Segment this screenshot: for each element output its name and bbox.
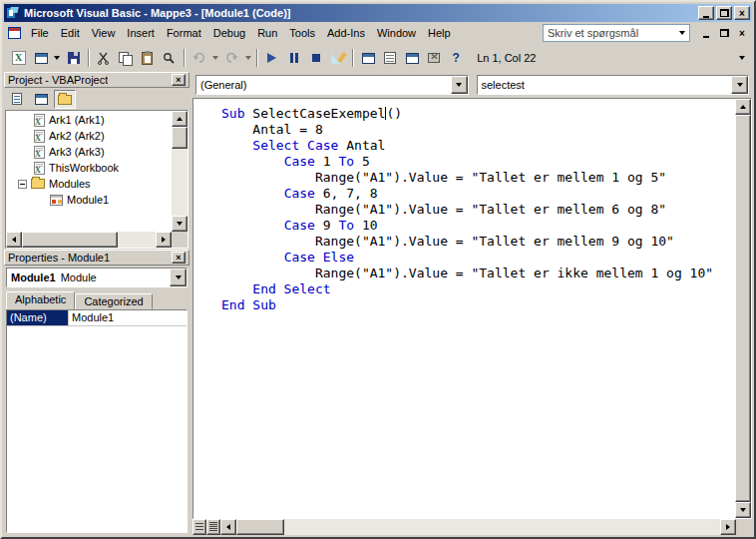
- scroll-left-button[interactable]: [6, 232, 22, 248]
- scroll-thumb[interactable]: [172, 127, 188, 149]
- menu-help[interactable]: Help: [422, 23, 457, 43]
- redo-dropdown-arrow[interactable]: [242, 47, 253, 69]
- reset-button[interactable]: [305, 47, 327, 69]
- scroll-thumb[interactable]: [236, 519, 284, 535]
- collapse-expander-icon[interactable]: [18, 180, 27, 189]
- view-code-button[interactable]: [6, 90, 28, 109]
- menu-insert[interactable]: Insert: [121, 23, 161, 43]
- toolbar-separator: [184, 49, 186, 67]
- toolbox-button[interactable]: [423, 47, 445, 69]
- full-module-view-icon: [209, 522, 217, 532]
- code-vscrollbar[interactable]: [735, 99, 751, 518]
- property-row-name[interactable]: (Name) Module1: [7, 310, 187, 326]
- code-keyword: To: [338, 154, 354, 169]
- tab-categorized[interactable]: Categorized: [75, 293, 152, 309]
- run-sub-button[interactable]: [261, 47, 283, 69]
- minimize-button[interactable]: [698, 6, 714, 20]
- vb-app-icon: [6, 6, 20, 20]
- toolbar-options-button[interactable]: [735, 48, 747, 68]
- property-value-cell[interactable]: Module1: [69, 310, 187, 325]
- code-lines[interactable]: Sub SelectCaseExempel() Antal = 8 Select…: [193, 99, 735, 518]
- scroll-left-button[interactable]: [220, 519, 236, 535]
- code-window-icon[interactable]: [8, 27, 21, 39]
- project-tree-hscrollbar[interactable]: [6, 232, 172, 248]
- properties-tabs: Alphabetic Categorized: [4, 289, 189, 309]
- code-keyword: Case: [284, 154, 315, 169]
- scroll-thumb[interactable]: [735, 115, 751, 502]
- procedure-dropdown-button[interactable]: [731, 76, 748, 94]
- scroll-right-button[interactable]: [156, 232, 172, 248]
- child-restore-button[interactable]: [716, 26, 732, 40]
- procedure-view-button[interactable]: [192, 519, 206, 535]
- menu-edit[interactable]: Edit: [55, 23, 86, 43]
- tree-item-thisworkbook[interactable]: ThisWorkbook: [6, 160, 172, 176]
- property-name-cell[interactable]: (Name): [7, 310, 69, 325]
- project-explorer-button[interactable]: [357, 47, 379, 69]
- paste-button[interactable]: [137, 47, 159, 69]
- menu-tools[interactable]: Tools: [283, 23, 321, 43]
- question-dropdown-arrow[interactable]: [674, 25, 689, 41]
- menu-window[interactable]: Window: [371, 23, 422, 43]
- object-dropdown[interactable]: (General): [195, 75, 469, 95]
- code-hscrollbar[interactable]: [220, 519, 736, 535]
- scroll-down-button[interactable]: [172, 216, 188, 232]
- menu-view[interactable]: View: [86, 23, 122, 43]
- restore-button[interactable]: [716, 6, 732, 20]
- view-excel-button[interactable]: [8, 47, 30, 69]
- properties-panel-close-button[interactable]: ×: [172, 252, 186, 264]
- design-mode-button[interactable]: [327, 47, 349, 69]
- project-panel-close-button[interactable]: ×: [172, 74, 186, 86]
- view-object-button[interactable]: [30, 90, 52, 109]
- cut-button[interactable]: [93, 47, 115, 69]
- tab-alphabetic[interactable]: Alphabetic: [6, 291, 75, 309]
- tree-item-ark2[interactable]: Ark2 (Ark2): [6, 128, 172, 144]
- menu-format[interactable]: Format: [161, 23, 207, 43]
- break-button[interactable]: [283, 47, 305, 69]
- object-browser-button[interactable]: [401, 47, 423, 69]
- close-button[interactable]: ×: [734, 6, 750, 20]
- menu-file[interactable]: File: [25, 23, 55, 43]
- toggle-folders-button[interactable]: [54, 90, 76, 109]
- full-module-view-button[interactable]: [206, 519, 220, 535]
- object-dropdown-button[interactable]: [451, 76, 468, 94]
- undo-button[interactable]: [189, 47, 210, 69]
- scroll-track[interactable]: [118, 232, 156, 248]
- save-icon: [68, 52, 80, 64]
- undo-dropdown-arrow[interactable]: [210, 47, 221, 69]
- object-selector-combo[interactable]: Module1 Module: [6, 268, 188, 287]
- redo-button[interactable]: [220, 47, 242, 69]
- code-text: 1: [315, 154, 338, 169]
- menu-addins[interactable]: Add-Ins: [321, 23, 371, 43]
- tree-item-module1[interactable]: Module1: [6, 192, 172, 208]
- tree-item-modules[interactable]: Modules: [6, 176, 172, 192]
- menu-debug[interactable]: Debug: [207, 23, 251, 43]
- chevron-down-icon: [456, 83, 462, 87]
- properties-window-button[interactable]: [379, 47, 401, 69]
- menu-run[interactable]: Run: [251, 23, 283, 43]
- copy-button[interactable]: [115, 47, 137, 69]
- project-tree-vscrollbar[interactable]: [172, 111, 188, 232]
- insert-userform-button[interactable]: [30, 47, 52, 69]
- tree-item-ark3[interactable]: Ark3 (Ark3): [6, 144, 172, 160]
- tree-item-ark1[interactable]: Ark1 (Ark1): [6, 112, 172, 128]
- insert-dropdown-arrow[interactable]: [52, 47, 63, 69]
- scroll-right-button[interactable]: [720, 519, 736, 535]
- child-close-button[interactable]: ×: [734, 26, 750, 40]
- find-button[interactable]: [159, 47, 181, 69]
- object-selector-dropdown-button[interactable]: [170, 269, 187, 286]
- scroll-thumb[interactable]: [22, 232, 118, 248]
- tree-item-label: Modules: [49, 178, 91, 190]
- scroll-down-button[interactable]: [735, 502, 751, 518]
- scroll-track[interactable]: [172, 149, 188, 216]
- child-minimize-button[interactable]: [698, 26, 714, 40]
- scroll-up-button[interactable]: [735, 99, 751, 115]
- procedure-view-icon: [195, 523, 203, 531]
- question-input[interactable]: Skriv et spørgsmål: [543, 24, 690, 42]
- procedure-dropdown[interactable]: selectest: [477, 75, 750, 95]
- scroll-up-button[interactable]: [172, 111, 188, 127]
- save-button[interactable]: [63, 47, 85, 69]
- scroll-track[interactable]: [284, 519, 720, 535]
- help-button[interactable]: ?: [445, 47, 467, 69]
- tree-item-label: ThisWorkbook: [49, 162, 119, 174]
- code-line: Sub SelectCaseExempel(): [221, 106, 735, 122]
